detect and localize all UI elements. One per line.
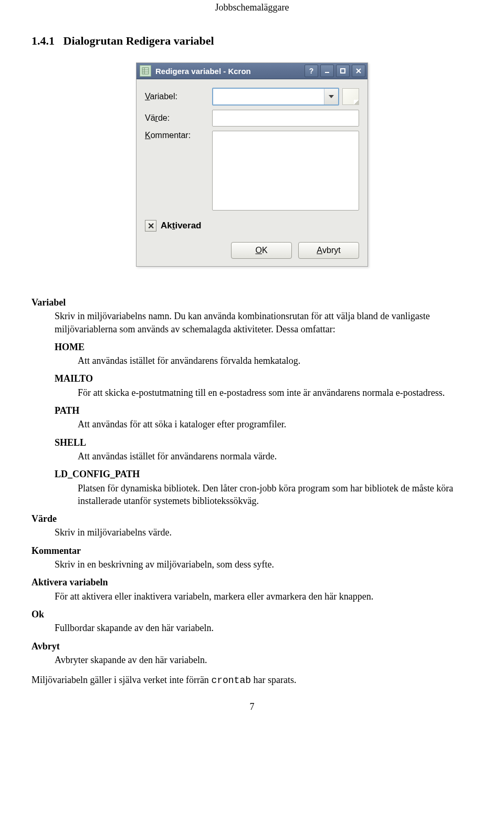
section-title-text: Dialogrutan Redigera variabel xyxy=(64,34,214,47)
chevron-down-icon[interactable] xyxy=(324,89,338,104)
cancel-button[interactable]: Avbryt xyxy=(298,242,359,259)
titlebar[interactable]: Redigera variabel - Kcron ? xyxy=(136,63,368,79)
svg-rect-5 xyxy=(341,69,345,73)
comment-textarea[interactable] xyxy=(212,131,359,211)
desc-home: Att användas istället för användarens fö… xyxy=(78,354,472,367)
desc-avbryt: Avbryter skapande av den här variabeln. xyxy=(55,654,472,666)
trailing-paragraph: Miljövariabeln gäller i själva verket in… xyxy=(32,674,472,687)
desc-mailto: För att skicka e-postutmatning till en e… xyxy=(78,386,472,399)
term-home: HOME xyxy=(55,341,472,353)
section-heading: 1.4.1 Dialogrutan Redigera variabel xyxy=(32,34,472,48)
close-button[interactable] xyxy=(352,65,365,77)
app-icon xyxy=(140,65,151,77)
help-button[interactable]: ? xyxy=(304,65,318,77)
term-aktivera: Aktivera variabeln xyxy=(32,576,472,589)
enabled-label: Aktiverad xyxy=(161,220,202,231)
section-number: 1.4.1 xyxy=(32,34,55,47)
window-title: Redigera variabel - Kcron xyxy=(155,67,251,76)
term-avbryt: Avbryt xyxy=(32,640,472,653)
ok-button[interactable]: OK xyxy=(231,242,292,259)
comment-label: Kommentar: xyxy=(145,131,212,140)
term-variabel: Variabel xyxy=(32,296,472,309)
term-path: PATH xyxy=(55,404,472,417)
term-mailto: MAILTO xyxy=(55,372,472,385)
desc-shell: Att användas istället för användarens no… xyxy=(78,450,472,463)
term-kommentar: Kommentar xyxy=(32,544,472,557)
term-varde: Värde xyxy=(32,512,472,525)
minimize-button[interactable] xyxy=(320,65,334,77)
svg-rect-0 xyxy=(142,68,149,74)
desc-ldconfig: Platsen för dynamiska bibliotek. Den låt… xyxy=(78,482,472,508)
value-input[interactable] xyxy=(212,110,359,127)
term-ok: Ok xyxy=(32,608,472,621)
page-number: 7 xyxy=(32,701,472,712)
variable-label: Variabel: xyxy=(145,92,212,101)
running-head: Jobbschemaläggare xyxy=(32,0,472,13)
variable-combobox[interactable] xyxy=(212,88,339,106)
dialog-window: Redigera variabel - Kcron ? Variabel: xyxy=(136,62,368,267)
desc-ok: Fullbordar skapande av den här variabeln… xyxy=(55,622,472,634)
enabled-checkbox[interactable]: ✕ xyxy=(145,220,156,232)
term-ldconfig: LD_CONFIG_PATH xyxy=(55,468,472,480)
maximize-button[interactable] xyxy=(336,65,350,77)
desc-varde: Skriv in miljövariabelns värde. xyxy=(55,526,472,539)
term-shell: SHELL xyxy=(55,436,472,449)
note-icon[interactable] xyxy=(342,88,359,105)
variable-input[interactable] xyxy=(213,89,324,104)
desc-path: Att användas för att söka i kataloger ef… xyxy=(78,418,472,430)
desc-variabel: Skriv in miljövariabelns namn. Du kan an… xyxy=(55,310,472,335)
desc-aktivera: För att aktivera eller inaktivera variab… xyxy=(55,590,472,603)
desc-kommentar: Skriv in en beskrivning av miljövariabel… xyxy=(55,558,472,571)
value-label: Värde: xyxy=(145,113,212,123)
